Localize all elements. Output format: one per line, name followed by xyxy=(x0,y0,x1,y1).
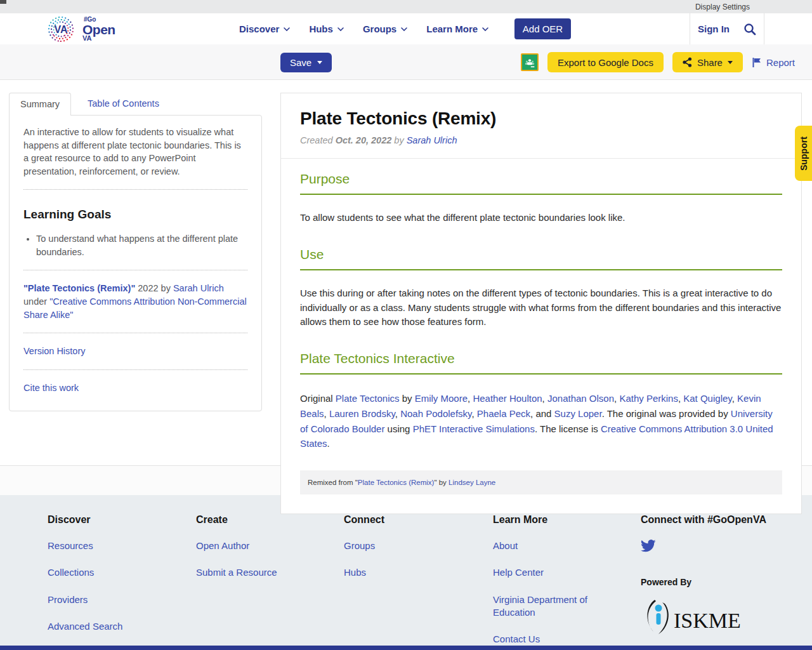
footer-link[interactable]: Resources xyxy=(48,540,168,552)
footer-links: ResourcesCollectionsProvidersAdvanced Se… xyxy=(48,540,196,633)
share-icon xyxy=(683,57,692,67)
inline-link[interactable]: Noah Podolefsky xyxy=(400,408,471,419)
add-oer-button[interactable]: Add OER xyxy=(514,18,571,39)
footer-heading: Connect xyxy=(344,514,493,526)
footer-link[interactable]: Submit a Resource xyxy=(196,566,317,579)
footer-link[interactable]: Groups xyxy=(344,540,464,552)
use-heading: Use xyxy=(300,247,782,270)
inline-link[interactable]: Lauren Brodsky xyxy=(329,408,395,419)
use-text: Use this during or after taking notes on… xyxy=(300,286,782,329)
footer-heading: Learn More xyxy=(493,514,641,526)
caret-down-icon xyxy=(317,61,322,64)
support-tab[interactable]: Support xyxy=(795,126,812,181)
display-settings-link[interactable]: Display Settings xyxy=(695,3,750,11)
main-column: Plate Tectonics (Remix) Created Oct. 20,… xyxy=(280,93,802,514)
iskme-logo: ISKME xyxy=(641,599,768,638)
inline-link[interactable]: Kat Quigley xyxy=(683,393,731,404)
byline: Created Oct. 20, 2022 by Sarah Ulrich xyxy=(300,135,782,145)
report-button[interactable]: Report xyxy=(752,57,795,68)
cite-this-work-link[interactable]: Cite this work xyxy=(23,383,79,393)
divider xyxy=(23,333,247,333)
footer-link[interactable]: Help Center xyxy=(493,566,613,579)
footer-link[interactable]: Hubs xyxy=(344,566,464,579)
footer-link[interactable]: Advanced Search xyxy=(48,620,168,633)
goopenva-logo-mark: VA xyxy=(44,14,80,44)
inline-link[interactable]: PhET Interactive Simulations xyxy=(413,423,535,434)
resource-header: Plate Tectonics (Remix) Created Oct. 20,… xyxy=(281,93,801,159)
tab-table-of-contents[interactable]: Table of Contents xyxy=(71,93,176,115)
sign-in-link[interactable]: Sign In xyxy=(698,23,730,34)
inline-link[interactable]: Suzy Loper xyxy=(554,408,602,419)
interactive-heading: Plate Tectonics Interactive xyxy=(300,351,782,375)
footer-col-create: Create Open AuthorSubmit a Resource xyxy=(196,514,344,646)
resource-body: Purpose To allow students to see what th… xyxy=(281,159,801,514)
nav-discover[interactable]: Discover xyxy=(239,23,290,34)
inline-link[interactable]: Plate Tectonics xyxy=(336,393,400,404)
share-button[interactable]: Share xyxy=(672,52,743,72)
inline-link[interactable]: Kathy Perkins xyxy=(619,393,678,404)
connect-with-heading: Connect with #GoOpenVA xyxy=(641,514,768,526)
svg-text:ISKME: ISKME xyxy=(674,609,741,632)
flag-icon xyxy=(752,57,762,68)
footer-link[interactable]: Contact Us xyxy=(493,633,613,646)
footer-links: Open AuthorSubmit a Resource xyxy=(196,540,344,580)
inline-link[interactable]: Emily Moore xyxy=(415,393,468,404)
footer-link[interactable]: Providers xyxy=(48,594,168,606)
footer-links: AboutHelp CenterVirginia Department of E… xyxy=(493,540,641,646)
purpose-heading: Purpose xyxy=(300,171,782,195)
footer-link[interactable]: Collections xyxy=(48,566,168,579)
tab-summary[interactable]: Summary xyxy=(9,93,71,116)
divider xyxy=(23,189,247,190)
version-history-link[interactable]: Version History xyxy=(23,346,86,356)
learning-goals-list: To understand what happens at the differ… xyxy=(23,232,247,258)
license-attribution: "Plate Tectonics (Remix)" 2022 by Sarah … xyxy=(23,282,247,321)
site-header: VA #Go Open VA Discover Hubs Groups Lear… xyxy=(0,13,812,44)
nav-groups[interactable]: Groups xyxy=(363,23,407,34)
google-classroom-button[interactable] xyxy=(521,53,539,71)
main-nav: Discover Hubs Groups Learn More xyxy=(239,13,488,44)
toolbar-actions: Export to Google Docs Share Report xyxy=(521,52,795,72)
inline-link[interactable]: Plate Tectonics (Remix) xyxy=(358,479,435,486)
footer-col-discover: Discover ResourcesCollectionsProvidersAd… xyxy=(48,514,196,646)
inline-link[interactable]: Jonathan Olson xyxy=(547,393,614,404)
footer-col-connect: Connect GroupsHubs xyxy=(344,514,493,646)
powered-by-label: Powered By xyxy=(641,577,768,587)
chevron-down-icon xyxy=(482,27,488,31)
export-google-docs-button[interactable]: Export to Google Docs xyxy=(547,52,664,72)
inline-link[interactable]: Phaela Peck xyxy=(477,408,530,419)
footer-link[interactable]: Open Author xyxy=(196,540,317,552)
resource-card: Plate Tectonics (Remix) Created Oct. 20,… xyxy=(280,93,802,514)
remixed-from-box: Remixed from "Plate Tectonics (Remix)" b… xyxy=(300,470,782,494)
signin-group: Sign In xyxy=(690,13,764,44)
footer-col-social: Connect with #GoOpenVA Powered By ISKME xyxy=(641,514,768,646)
nav-learn-more[interactable]: Learn More xyxy=(426,23,488,34)
footer-heading: Discover xyxy=(48,514,196,526)
divider xyxy=(23,369,247,370)
chevron-down-icon xyxy=(337,27,344,31)
footer-col-learn-more: Learn More AboutHelp CenterVirginia Depa… xyxy=(493,514,641,646)
inline-link[interactable]: "Creative Commons Attribution Non-Commer… xyxy=(23,296,247,320)
page-content: Summary Table of Contents An interactive… xyxy=(0,80,812,465)
nav-hubs[interactable]: Hubs xyxy=(309,23,344,34)
site-footer: Discover ResourcesCollectionsProvidersAd… xyxy=(0,495,812,646)
footer-link[interactable]: Virginia Department of Education xyxy=(493,594,613,620)
page-title: Plate Tectonics (Remix) xyxy=(300,109,782,129)
search-icon[interactable] xyxy=(743,23,756,36)
resource-toolbar: Save Export to Google Docs Share xyxy=(0,44,812,80)
purpose-text: To allow students to see what the differ… xyxy=(300,211,782,225)
svg-text:VA: VA xyxy=(54,24,67,35)
inline-link[interactable]: Lindsey Layne xyxy=(449,479,495,486)
summary-panel: An interactive to allow for students to … xyxy=(9,115,262,411)
chevron-down-icon xyxy=(401,27,407,31)
inline-link[interactable]: Sarah Ulrich xyxy=(173,283,224,293)
goopenva-wordmark: #Go Open VA xyxy=(82,17,115,42)
twitter-icon[interactable] xyxy=(641,540,656,553)
inline-link[interactable]: Heather Houlton xyxy=(473,393,542,404)
save-button[interactable]: Save xyxy=(280,53,332,72)
inline-link[interactable]: "Plate Tectonics (Remix)" xyxy=(23,283,135,293)
goopenva-logo[interactable]: VA #Go Open VA xyxy=(44,14,115,44)
inline-link[interactable]: Sarah Ulrich xyxy=(407,135,457,145)
footer-bottom-bar xyxy=(0,646,812,650)
google-classroom-icon xyxy=(523,55,537,69)
footer-link[interactable]: About xyxy=(493,540,613,552)
